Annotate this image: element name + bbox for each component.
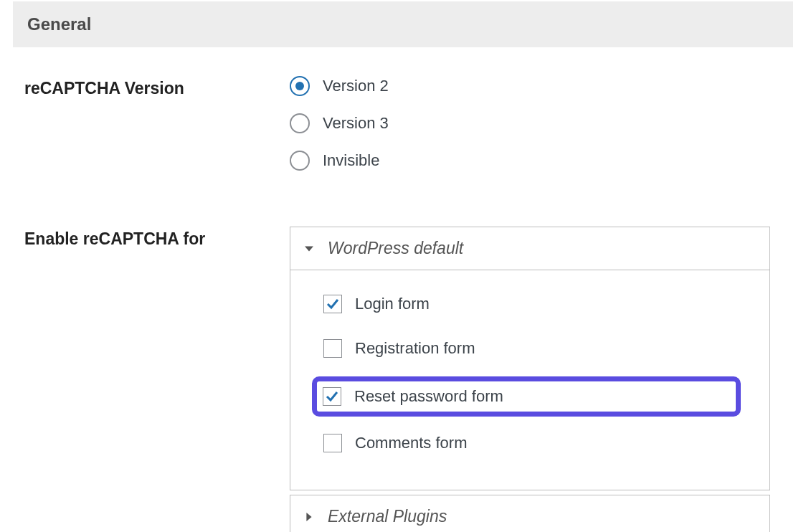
accordion-title: WordPress default	[328, 239, 463, 258]
checkbox-registration-form[interactable]: Registration form	[319, 335, 741, 362]
radio-label: Invisible	[323, 151, 379, 170]
controls-recaptcha-version: Version 2 Version 3 Invisible	[290, 76, 806, 188]
radio-version-2[interactable]: Version 2	[290, 76, 770, 96]
section-header-general: General	[13, 1, 793, 47]
accordion-body-wordpress-default: Login form Registration form Reset passw…	[290, 270, 769, 490]
checkbox-icon	[323, 339, 342, 358]
radio-icon	[290, 151, 310, 171]
svg-marker-1	[306, 513, 311, 521]
row-recaptcha-version: reCAPTCHA Version Version 2 Version 3 In…	[0, 76, 806, 188]
accordion-header-wordpress-default[interactable]: WordPress default	[290, 227, 769, 270]
row-enable-for: Enable reCAPTCHA for WordPress default L…	[0, 227, 806, 532]
svg-marker-0	[305, 246, 313, 251]
checkbox-label: Registration form	[355, 339, 475, 358]
checkbox-label: Reset password form	[354, 387, 503, 406]
radio-icon	[290, 76, 310, 96]
accordion-external-plugins: External Plugins	[290, 495, 770, 532]
radio-invisible[interactable]: Invisible	[290, 151, 770, 171]
chevron-right-icon	[305, 513, 313, 521]
accordion-wordpress-default: WordPress default Login form Registratio…	[290, 227, 770, 490]
radio-icon	[290, 113, 310, 133]
label-recaptcha-version: reCAPTCHA Version	[24, 76, 290, 98]
checkbox-reset-password-form[interactable]: Reset password form	[312, 376, 741, 417]
section-title: General	[27, 14, 779, 34]
radio-label: Version 2	[323, 77, 389, 95]
accordion-title: External Plugins	[328, 507, 447, 526]
checkbox-login-form[interactable]: Login form	[319, 290, 741, 318]
checkbox-icon	[323, 295, 342, 313]
controls-enable-for: WordPress default Login form Registratio…	[290, 227, 806, 532]
checkbox-icon	[323, 387, 341, 406]
accordion-header-external-plugins[interactable]: External Plugins	[290, 495, 769, 532]
checkbox-label: Comments form	[355, 434, 467, 452]
checkbox-comments-form[interactable]: Comments form	[319, 429, 741, 457]
radio-version-3[interactable]: Version 3	[290, 113, 770, 133]
chevron-down-icon	[305, 244, 313, 253]
label-enable-for: Enable reCAPTCHA for	[24, 227, 290, 249]
checkbox-icon	[323, 434, 342, 452]
radio-label: Version 3	[323, 114, 389, 133]
checkbox-label: Login form	[355, 295, 430, 313]
